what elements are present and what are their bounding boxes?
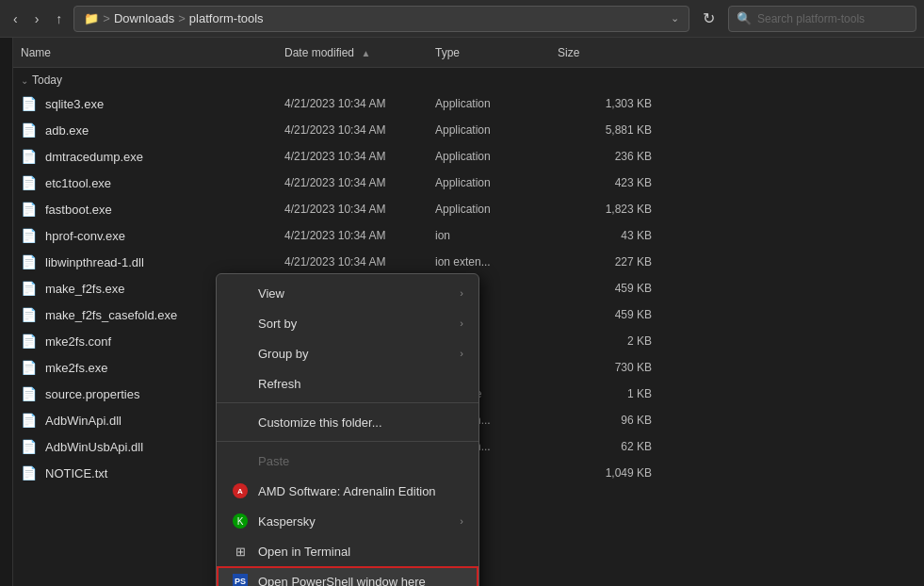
submenu-arrow-icon: › — [460, 287, 463, 299]
sort-arrow-icon: ▲ — [361, 48, 370, 58]
file-size: 1,823 KB — [558, 203, 652, 216]
file-name: dmtracedump.exe — [45, 150, 284, 164]
file-area: Name Date modified ▲ Type Size ⌄ Today 📄… — [13, 38, 924, 586]
context-menu-item-group_by[interactable]: Group by› — [217, 338, 478, 368]
file-type: Application — [435, 123, 558, 137]
submenu-arrow-icon: › — [460, 515, 463, 527]
main-area: Name Date modified ▲ Type Size ⌄ Today 📄… — [0, 38, 924, 586]
file-name: sqlite3.exe — [45, 97, 284, 111]
file-size: 5,881 KB — [558, 123, 652, 137]
context-menu-item-customize[interactable]: Customize this folder... — [217, 407, 478, 437]
refresh-button[interactable]: ↻ — [695, 6, 722, 31]
file-type-icon: 📄 — [21, 413, 40, 428]
context-menu-item-kaspersky[interactable]: KKaspersky› — [217, 506, 478, 536]
menu-icon — [232, 452, 249, 469]
file-type-icon: 📄 — [21, 307, 40, 322]
context-menu-label: Group by — [258, 347, 450, 361]
file-type: Application — [435, 97, 558, 110]
context-menu-label: Kaspersky — [258, 514, 450, 529]
table-row[interactable]: 📄 etc1tool.exe 4/21/2023 10:34 AM Applic… — [13, 170, 924, 196]
file-type-icon: 📄 — [21, 149, 40, 164]
file-name: fastboot.exe — [45, 203, 284, 217]
breadcrumb-platform-tools[interactable]: platform-tools — [189, 11, 264, 25]
powershell-icon: PS — [232, 573, 249, 586]
file-name: hprof-conv.exe — [45, 229, 284, 243]
col-header-date[interactable]: Date modified ▲ — [284, 46, 435, 59]
file-type: ion — [435, 229, 558, 242]
search-bar[interactable]: 🔍 Search platform-tools — [728, 6, 916, 32]
folder-icon: 📁 — [84, 11, 99, 25]
file-date: 4/21/2023 10:34 AM — [284, 203, 435, 216]
up-button[interactable]: ↑ — [50, 8, 68, 30]
file-size: 227 KB — [558, 255, 652, 269]
title-bar: ‹ › ↑ 📁 > Downloads > platform-tools ⌄ ↻… — [0, 0, 924, 38]
file-type-icon: 📄 — [21, 254, 40, 269]
file-date: 4/21/2023 10:34 AM — [284, 97, 435, 110]
submenu-arrow-icon: › — [460, 317, 463, 329]
context-menu-label: Sort by — [258, 317, 450, 331]
amd-icon: A — [232, 482, 249, 499]
group-arrow-icon: ⌄ — [21, 75, 28, 86]
table-row[interactable]: 📄 fastboot.exe 4/21/2023 10:34 AM Applic… — [13, 196, 924, 222]
file-type-icon: 📄 — [21, 228, 40, 243]
file-size: 2 KB — [558, 334, 652, 348]
file-type-icon: 📄 — [21, 281, 40, 296]
search-placeholder: Search platform-tools — [757, 12, 865, 25]
table-row[interactable]: 📄 hprof-conv.exe 4/21/2023 10:34 AM ion … — [13, 222, 924, 249]
context-menu: View›Sort by›Group by›RefreshCustomize t… — [216, 273, 479, 586]
col-header-type[interactable]: Type — [435, 46, 558, 59]
file-date: 4/21/2023 10:34 AM — [284, 229, 435, 242]
file-type-icon: 📄 — [21, 202, 40, 217]
menu-icon — [232, 375, 249, 392]
file-type-icon: 📄 — [21, 386, 40, 401]
context-menu-item-sort_by[interactable]: Sort by› — [217, 308, 478, 338]
file-type-icon: 📄 — [21, 465, 40, 480]
table-row[interactable]: 📄 dmtracedump.exe 4/21/2023 10:34 AM App… — [13, 143, 924, 170]
file-size: 730 KB — [558, 361, 652, 374]
context-menu-label: Open PowerShell window here — [258, 575, 463, 587]
context-menu-label: Open in Terminal — [258, 545, 463, 559]
file-type-icon: 📄 — [21, 122, 40, 138]
context-menu-label: Paste — [258, 454, 463, 468]
file-name: adb.exe — [45, 123, 284, 138]
submenu-arrow-icon: › — [460, 348, 463, 359]
menu-icon — [232, 345, 249, 362]
file-type-icon: 📄 — [21, 360, 40, 375]
context-menu-item-amd[interactable]: AAMD Software: Adrenalin Edition — [217, 476, 478, 506]
file-name: etc1tool.exe — [45, 176, 284, 190]
context-menu-item-open_powershell[interactable]: PSOpen PowerShell window here — [217, 566, 478, 586]
file-date: 4/21/2023 10:34 AM — [284, 255, 435, 269]
context-menu-item-refresh[interactable]: Refresh — [217, 368, 478, 399]
column-header: Name Date modified ▲ Type Size — [13, 38, 924, 68]
context-menu-label: View — [258, 286, 450, 301]
breadcrumb-downloads[interactable]: Downloads — [114, 11, 174, 25]
context-menu-label: Customize this folder... — [258, 415, 463, 430]
address-bar[interactable]: 📁 > Downloads > platform-tools ⌄ — [73, 6, 689, 32]
left-panel — [0, 38, 13, 586]
file-type-icon: 📄 — [21, 175, 40, 190]
table-row[interactable]: 📄 sqlite3.exe 4/21/2023 10:34 AM Applica… — [13, 90, 924, 117]
file-date: 4/21/2023 10:34 AM — [284, 150, 435, 163]
breadcrumb-dropdown-icon[interactable]: ⌄ — [671, 12, 679, 24]
menu-icon — [232, 285, 249, 301]
back-button[interactable]: ‹ — [8, 8, 24, 30]
file-type: Application — [435, 176, 558, 189]
context-menu-item-view[interactable]: View› — [217, 278, 478, 308]
col-header-size[interactable]: Size — [558, 46, 652, 59]
group-label: Today — [32, 73, 62, 87]
group-header-today: ⌄ Today — [13, 68, 924, 90]
context-menu-item-open_terminal[interactable]: ⊞Open in Terminal — [217, 536, 478, 566]
table-row[interactable]: 📄 adb.exe 4/21/2023 10:34 AM Application… — [13, 117, 924, 143]
terminal-icon: ⊞ — [232, 543, 249, 560]
menu-icon — [232, 414, 249, 431]
table-row[interactable]: 📄 libwinpthread-1.dll 4/21/2023 10:34 AM… — [13, 249, 924, 275]
file-size: 1 KB — [558, 387, 652, 400]
file-size: 423 KB — [558, 176, 652, 189]
col-header-name[interactable]: Name — [21, 46, 284, 59]
file-date: 4/21/2023 10:34 AM — [284, 123, 435, 137]
file-type-icon: 📄 — [21, 96, 40, 111]
context-menu-label: AMD Software: Adrenalin Edition — [258, 484, 463, 498]
forward-button[interactable]: › — [29, 8, 45, 30]
file-size: 1,049 KB — [558, 466, 652, 480]
file-size: 96 KB — [558, 414, 652, 427]
